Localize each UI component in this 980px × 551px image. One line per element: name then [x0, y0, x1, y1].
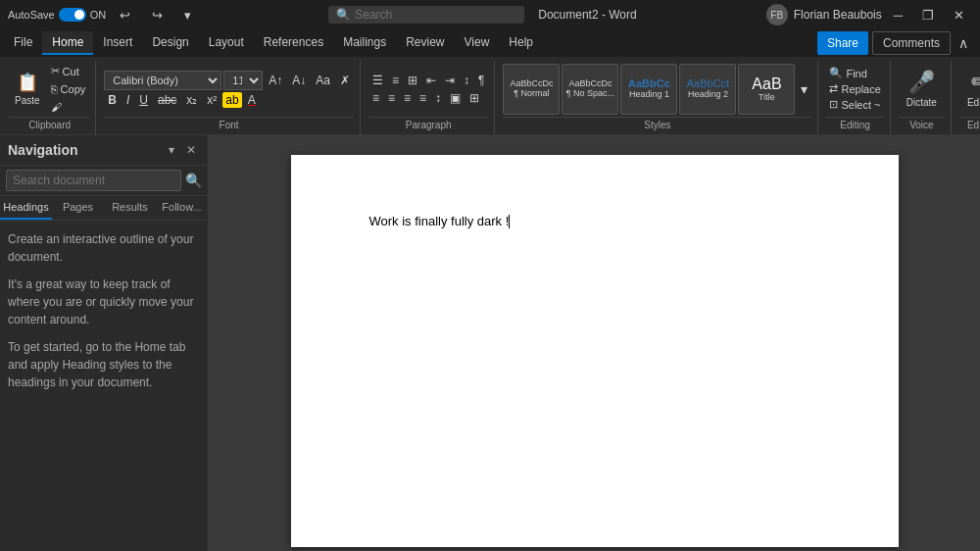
borders-button[interactable]: ⊞ [466, 90, 483, 106]
style-normal[interactable]: AaBbCcDc ¶ Normal [503, 64, 560, 115]
show-para-button[interactable]: ¶ [474, 73, 488, 88]
nav-tab-pages[interactable]: Pages [52, 196, 104, 220]
align-center-button[interactable]: ≡ [384, 90, 399, 106]
search-icon: 🔍 [336, 8, 351, 22]
font-color-button[interactable]: A [244, 92, 260, 108]
undo-button[interactable]: ↩ [112, 4, 138, 26]
multilevel-button[interactable]: ⊞ [404, 73, 421, 88]
font-row-1: Calibri (Body) 11 A↑ A↓ Aa ✗ [104, 71, 354, 90]
paste-button[interactable]: 📋 Paste [10, 69, 45, 109]
minimize-button[interactable]: ─ [886, 4, 910, 26]
justify-button[interactable]: ≡ [416, 90, 430, 106]
user-info: FB Florian Beaubois [766, 4, 882, 25]
change-case-button[interactable]: Aa [312, 73, 334, 88]
share-button[interactable]: Share [817, 31, 868, 55]
bold-button[interactable]: B [104, 92, 121, 108]
copy-button[interactable]: ⎘ Copy [47, 81, 90, 97]
doc-text[interactable]: Work is finally fully dark ! [369, 214, 820, 228]
nav-tab-headings[interactable]: Headings [0, 196, 52, 220]
style-heading1[interactable]: AaBbCc Heading 1 [620, 64, 677, 115]
comments-button[interactable]: Comments [872, 31, 951, 55]
copy-icon: ⎘ [51, 83, 58, 95]
autosave-toggle[interactable] [59, 8, 86, 22]
decrease-indent-button[interactable]: ⇤ [422, 73, 440, 88]
tab-file[interactable]: File [4, 31, 42, 55]
nav-controls: ▾ ✕ [165, 141, 200, 159]
nav-search-button[interactable]: 🔍 [185, 173, 202, 188]
strikethrough-button[interactable]: abc [154, 92, 180, 108]
cut-button[interactable]: ✂ Cut [47, 63, 90, 79]
editor-icon: ✏ [971, 70, 980, 95]
title-bar-right: FB Florian Beaubois ─ ❐ ✕ [766, 4, 972, 26]
find-button[interactable]: 🔍 Find [826, 66, 883, 80]
dictate-button[interactable]: 🎤 Dictate [899, 68, 945, 110]
autosave-badge: AutoSave ON [8, 8, 106, 22]
tab-view[interactable]: View [455, 31, 500, 55]
underline-button[interactable]: U [135, 92, 152, 108]
style-title-preview: AaB [752, 76, 781, 92]
shading-button[interactable]: ▣ [446, 90, 465, 106]
tab-insert[interactable]: Insert [93, 31, 142, 55]
italic-button[interactable]: I [122, 92, 133, 108]
nav-dropdown-button[interactable]: ▾ [165, 141, 178, 159]
tab-home[interactable]: Home [42, 31, 93, 55]
subscript-button[interactable]: x₂ [182, 92, 201, 108]
close-button[interactable]: ✕ [946, 4, 972, 26]
ribbon-tabs: File Home Insert Design Layout Reference… [0, 29, 547, 57]
format-painter-button[interactable]: 🖌 [47, 99, 90, 115]
doc-page[interactable]: Work is finally fully dark ! [291, 155, 899, 547]
tab-layout[interactable]: Layout [199, 31, 254, 55]
tab-help[interactable]: Help [499, 31, 543, 55]
style-no-spacing[interactable]: AaBbCcDc ¶ No Spac... [562, 64, 618, 115]
text-cursor [509, 215, 510, 228]
select-icon: ⊡ [829, 98, 838, 111]
bullets-button[interactable]: ☰ [368, 73, 387, 88]
nav-info-3: To get started, go to the Home tab and a… [8, 338, 200, 391]
paragraph-label: Paragraph [368, 117, 488, 132]
nav-close-button[interactable]: ✕ [182, 141, 200, 159]
clear-format-button[interactable]: ✗ [336, 73, 354, 88]
select-button[interactable]: ⊡ Select ~ [826, 97, 883, 112]
numbering-button[interactable]: ≡ [388, 73, 403, 88]
style-heading2-preview: AaBbCct [687, 78, 729, 89]
nav-tab-results[interactable]: Results [104, 196, 156, 220]
doc-area[interactable]: Work is finally fully dark ! [209, 135, 980, 551]
sort-button[interactable]: ↕ [460, 73, 473, 88]
align-right-button[interactable]: ≡ [400, 90, 415, 106]
style-title[interactable]: AaB Title [738, 64, 795, 115]
customize-button[interactable]: ▾ [176, 4, 199, 26]
superscript-button[interactable]: x² [203, 92, 220, 108]
search-input[interactable] [355, 8, 502, 22]
style-no-spacing-label: ¶ No Spac... [566, 88, 614, 98]
para-row-1: ☰ ≡ ⊞ ⇤ ⇥ ↕ ¶ [368, 73, 488, 88]
style-no-spacing-preview: AaBbCcDc [568, 79, 612, 88]
highlight-button[interactable]: ab [222, 92, 241, 108]
nav-search-input[interactable] [6, 170, 181, 191]
paragraph-group: ☰ ≡ ⊞ ⇤ ⇥ ↕ ¶ ≡ ≡ ≡ ≡ ↕ ▣ [363, 61, 495, 134]
line-spacing-button[interactable]: ↕ [431, 90, 445, 106]
format-painter-icon: 🖌 [51, 101, 62, 113]
nav-header: Navigation ▾ ✕ [0, 135, 208, 166]
replace-button[interactable]: ⇄ Replace [826, 81, 883, 96]
font-name-select[interactable]: Calibri (Body) [104, 71, 221, 90]
main-layout: Navigation ▾ ✕ 🔍 Headings Pages Results … [0, 135, 980, 551]
increase-font-button[interactable]: A↑ [265, 73, 286, 88]
align-left-button[interactable]: ≡ [368, 90, 383, 106]
editor-button[interactable]: ✏ Editor [959, 68, 980, 110]
increase-indent-button[interactable]: ⇥ [441, 73, 459, 88]
tab-references[interactable]: References [254, 31, 333, 55]
tab-review[interactable]: Review [396, 31, 454, 55]
ribbon-collapse-button[interactable]: ∧ [955, 31, 972, 55]
autosave-label: AutoSave [8, 9, 55, 21]
decrease-font-button[interactable]: A↓ [288, 73, 310, 88]
nav-tab-follow[interactable]: Follow... [156, 196, 208, 220]
redo-button[interactable]: ↪ [144, 4, 171, 26]
search-bar[interactable]: 🔍 [328, 6, 524, 24]
style-heading2[interactable]: AaBbCct Heading 2 [679, 64, 736, 115]
tab-design[interactable]: Design [142, 31, 198, 55]
tab-mailings[interactable]: Mailings [333, 31, 396, 55]
font-size-select[interactable]: 11 [223, 71, 263, 90]
styles-more-button[interactable]: ▾ [797, 80, 811, 98]
dictate-icon: 🎤 [908, 70, 935, 95]
restore-button[interactable]: ❐ [914, 4, 942, 26]
